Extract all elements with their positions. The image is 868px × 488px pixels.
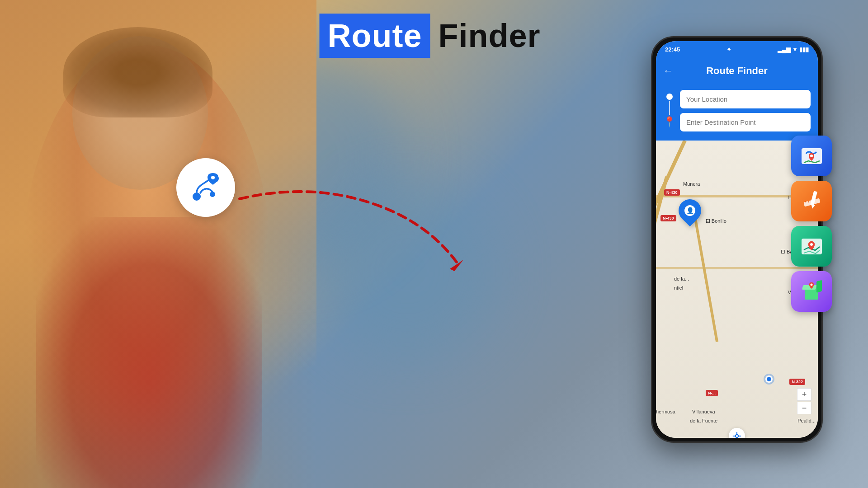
inputs-column (680, 90, 811, 131)
road-3 (692, 208, 718, 342)
person-image-area (0, 0, 316, 488)
wifi-icon: ▾ (793, 46, 797, 53)
title-area: Route Finder (320, 14, 549, 58)
title-route: Route (320, 14, 430, 58)
map-label-villanueva: Villanueva (692, 409, 715, 414)
svg-point-8 (810, 155, 813, 157)
route-line (669, 101, 670, 115)
signal-icon: ▂▄▆ (778, 46, 791, 53)
pin-person-icon: 👤 (686, 207, 694, 214)
map-controls: + − (797, 388, 811, 414)
location-input[interactable] (680, 90, 811, 108)
road-badge-n430-top: N-430 (664, 189, 680, 196)
blue-location-dot (765, 375, 773, 383)
back-button[interactable]: ← (663, 65, 673, 77)
road-badge-n-small: N-... (706, 390, 718, 396)
map-label-elbonillo: El Bonillo (706, 218, 726, 224)
app-header: ← Route Finder (656, 57, 818, 84)
svg-point-21 (810, 283, 812, 286)
location-pin: 👤 (679, 199, 701, 222)
svg-point-0 (193, 193, 200, 200)
zoom-in-button[interactable]: + (797, 388, 811, 401)
zoom-out-button[interactable]: − (797, 402, 811, 414)
svg-rect-19 (816, 280, 822, 292)
status-bar: 22:45 ✦ ▂▄▆ ▾ ▮▮▮ (656, 41, 818, 57)
svg-point-5 (736, 435, 739, 438)
pin-inner: 👤 (684, 205, 695, 216)
route-icon-svg (188, 169, 224, 206)
map-label-hermosa: hermosa (656, 409, 675, 414)
origin-dot (666, 94, 673, 100)
svg-line-13 (808, 201, 808, 202)
map-label-pealid: Pealid... (797, 418, 816, 423)
route-inputs: 📍 (656, 84, 818, 141)
title-finder: Finder (430, 14, 548, 58)
svg-rect-17 (805, 288, 818, 300)
app-icon-maps-teal[interactable] (791, 226, 832, 267)
status-icons: ▂▄▆ ▾ ▮▮▮ (778, 46, 809, 53)
route-icons-column: 📍 (663, 90, 675, 131)
road-badge-n322: N-322 (789, 379, 805, 385)
map-label-munera: Munera (683, 181, 700, 187)
tools-orange-icon (799, 189, 824, 214)
status-bt-icon: ✦ (726, 46, 731, 53)
map-label-de-la: de la... (674, 276, 689, 282)
svg-point-3 (211, 176, 215, 179)
map-label-ntiel: ntiel (674, 285, 683, 291)
destination-input[interactable] (680, 113, 811, 131)
locate-icon (732, 432, 741, 438)
app-title: Route Finder (706, 65, 768, 77)
destination-pin-icon: 📍 (663, 116, 675, 128)
bokeh-4 (316, 181, 497, 361)
app-icons-panel (791, 136, 832, 312)
app-icon-maps-blue[interactable] (791, 136, 832, 176)
svg-point-16 (810, 243, 813, 246)
svg-line-12 (805, 201, 806, 202)
route-icon-circle (176, 158, 235, 217)
battery-icon: ▮▮▮ (799, 46, 809, 53)
app-icon-tools-orange[interactable] (791, 181, 832, 221)
status-time: 22:45 (665, 46, 680, 53)
maps-teal-icon (799, 234, 824, 259)
app-icon-game-purple[interactable] (791, 271, 832, 312)
pin-circle: 👤 (674, 195, 706, 227)
road-badge-n430-mid: N-430 (660, 215, 676, 221)
game-purple-icon (799, 279, 824, 304)
map-label-de-la-fuente: de la Fuente (690, 418, 717, 423)
svg-rect-18 (802, 285, 816, 290)
maps-blue-icon (799, 144, 824, 169)
locate-me-button[interactable] (729, 428, 745, 438)
